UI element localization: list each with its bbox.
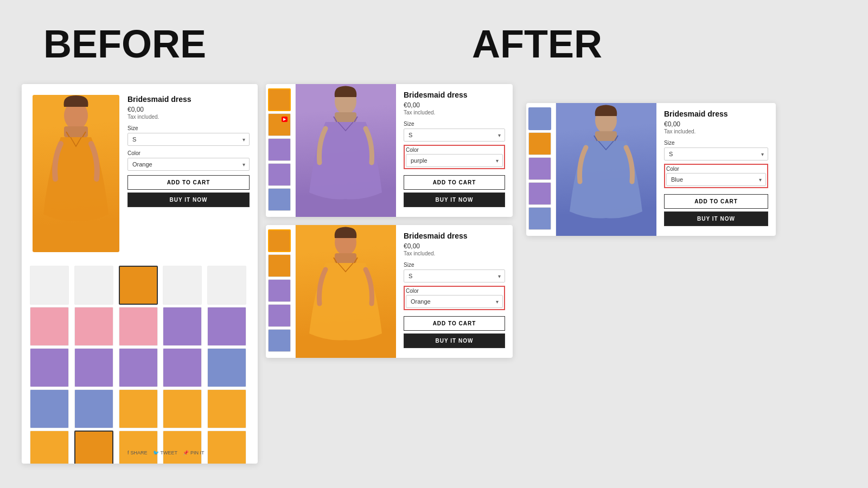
before-color-select-wrapper[interactable]: Orange Purple Blue Pink	[127, 158, 250, 171]
thumb-1[interactable]	[74, 266, 113, 305]
after-thumb-3-0[interactable]	[528, 107, 551, 130]
pin-button[interactable]: 📌 PIN IT	[183, 450, 205, 455]
thumb-17[interactable]	[119, 389, 158, 428]
after-thumb-3-4[interactable]	[528, 207, 551, 230]
after-thumb-2-2[interactable]	[268, 279, 291, 302]
after-thumb-2-1[interactable]	[268, 254, 291, 277]
thumb-active[interactable]	[119, 266, 158, 305]
after-panel-2-add-cart-button[interactable]: ADD TO CART	[404, 316, 505, 331]
after-panel-1-color-label: Color	[406, 147, 503, 153]
thumb-20[interactable]	[30, 431, 69, 464]
before-buy-it-now-button[interactable]: BUY IT NOW	[127, 192, 250, 207]
after-thumb-1-1[interactable]	[268, 138, 291, 161]
after-thumb-1-3[interactable]	[268, 188, 291, 211]
dress-svg-blue	[556, 103, 656, 236]
after-panel-3-size-label: Size	[664, 140, 768, 146]
thumb-4[interactable]	[207, 266, 246, 305]
share-label: SHARE	[131, 450, 148, 455]
thumb-11[interactable]	[74, 348, 113, 387]
after-panel-3-color-label: Color	[666, 166, 766, 172]
after-thumb-1-yt[interactable]: ▶	[268, 113, 291, 136]
after-panel-3-tax: Tax included.	[664, 129, 768, 134]
after-panel-2-color-wrapper[interactable]: Orange purple Blue	[406, 295, 503, 308]
thumb-5[interactable]	[30, 307, 69, 346]
after-thumb-2-0[interactable]	[268, 229, 291, 252]
thumb-19[interactable]	[207, 389, 246, 428]
thumb-10[interactable]	[30, 348, 69, 387]
thumb-active-2[interactable]	[74, 431, 113, 464]
before-size-select[interactable]: S M L XL	[127, 133, 250, 146]
thumb-0[interactable]	[30, 266, 69, 305]
after-panel-1-size-select[interactable]: SML	[404, 129, 505, 142]
after-panel-2-tax: Tax included.	[404, 251, 505, 256]
before-label: BEFORE	[43, 22, 206, 66]
thumb-16[interactable]	[74, 389, 113, 428]
after-panel-2-color-select[interactable]: Orange purple Blue	[406, 295, 503, 308]
tweet-label: TWEET	[161, 450, 178, 455]
after-thumb-3-1[interactable]	[528, 132, 551, 155]
thumb-14[interactable]	[207, 348, 246, 387]
after-panel-2-size-select[interactable]: SML	[404, 269, 505, 282]
thumb-24[interactable]	[207, 431, 246, 464]
before-main-image	[33, 95, 119, 252]
after-container: ▶	[266, 84, 849, 464]
before-thumbnail-grid	[27, 263, 252, 464]
tweet-button[interactable]: 🐦 TWEET	[153, 450, 178, 455]
svg-rect-1	[64, 126, 88, 137]
after-thumb-2-3[interactable]	[268, 304, 291, 327]
thumb-15[interactable]	[30, 389, 69, 428]
before-color-select[interactable]: Orange Purple Blue Pink	[127, 158, 250, 171]
pin-icon: 📌	[183, 450, 189, 455]
thumb-8[interactable]	[163, 307, 202, 346]
thumb-13[interactable]	[163, 348, 202, 387]
thumb-9[interactable]	[207, 307, 246, 346]
after-panel-2-size-wrapper[interactable]: SML	[404, 269, 505, 282]
after-panel-3-size-select[interactable]: SML	[664, 147, 768, 160]
after-panel-2-inner: Bridesmaid dress €0,00 Tax included. Siz…	[266, 225, 513, 358]
after-panel-3-color-select[interactable]: Blue Orange purple	[666, 173, 766, 186]
thumb-6[interactable]	[74, 307, 113, 346]
after-panel-1-buy-now-button[interactable]: BUY IT NOW	[404, 192, 505, 207]
after-thumb-3-2[interactable]	[528, 157, 551, 180]
before-product-info: Bridesmaid dress €0,00 Tax included. Siz…	[127, 95, 250, 207]
after-panel-2-detail: Bridesmaid dress €0,00 Tax included. Siz…	[396, 225, 513, 358]
before-size-select-wrapper[interactable]: S M L XL	[127, 133, 250, 146]
pin-label: PIN IT	[190, 450, 205, 455]
after-panel-2-buy-now-button[interactable]: BUY IT NOW	[404, 333, 505, 348]
after-panel-1-color-wrapper[interactable]: purple Orange Blue	[406, 154, 503, 167]
thumb-12[interactable]	[119, 348, 158, 387]
after-panel-2-size-label: Size	[404, 262, 505, 268]
after-panel-1-add-cart-button[interactable]: ADD TO CART	[404, 175, 505, 190]
thumb-22[interactable]	[119, 431, 158, 464]
after-panel-2-thumbs	[266, 225, 296, 358]
share-button[interactable]: f SHARE	[127, 450, 148, 455]
svg-rect-5	[335, 112, 356, 122]
after-thumb-3-3[interactable]	[528, 182, 551, 205]
after-panel-3-buy-now-button[interactable]: BUY IT NOW	[664, 211, 768, 226]
dress-svg-purple	[296, 84, 396, 217]
after-thumb-1-2[interactable]	[268, 163, 291, 186]
after-panel-3-add-cart-button[interactable]: ADD TO CART	[664, 194, 768, 209]
after-panel-1-color-select[interactable]: purple Orange Blue	[406, 154, 503, 167]
after-panel-blue: Bridesmaid dress €0,00 Tax included. Siz…	[526, 103, 776, 236]
before-product-title: Bridesmaid dress	[127, 95, 250, 104]
after-thumb-1-0[interactable]	[268, 88, 291, 111]
after-panel-3-price: €0,00	[664, 120, 768, 128]
thumb-18[interactable]	[163, 389, 202, 428]
after-panel-3-color-wrapper[interactable]: Blue Orange purple	[666, 173, 766, 186]
after-thumb-2-4[interactable]	[268, 329, 291, 352]
after-panel-1-size-wrapper[interactable]: SML	[404, 129, 505, 142]
thumb-3[interactable]	[163, 266, 202, 305]
after-panel-3-color-highlight: Color Blue Orange purple	[664, 164, 768, 188]
after-panel-3-inner: Bridesmaid dress €0,00 Tax included. Siz…	[526, 103, 776, 236]
after-panel-1-title: Bridesmaid dress	[404, 91, 505, 99]
after-panel-3-size-wrapper[interactable]: SML	[664, 147, 768, 160]
after-panel-1-color-highlight: Color purple Orange Blue	[404, 145, 505, 169]
youtube-badge: ▶	[282, 117, 288, 122]
before-color-label: Color	[127, 150, 250, 156]
dress-svg-orange-2	[296, 225, 396, 358]
before-add-to-cart-button[interactable]: ADD TO CART	[127, 175, 250, 190]
thumb-7[interactable]	[119, 307, 158, 346]
after-panel-2-color-highlight: Color Orange purple Blue	[404, 286, 505, 310]
thumb-23[interactable]	[163, 431, 202, 464]
